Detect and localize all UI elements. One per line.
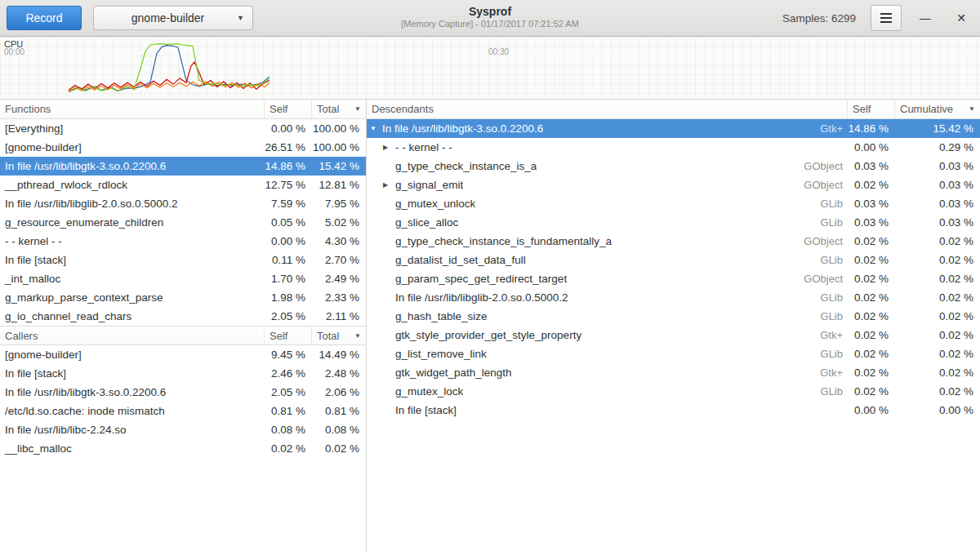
cell-cumulative-percent: 0.00 % [895,404,980,416]
tree-row[interactable]: ▼In file /usr/lib/libgtk-3.so.0.2200.6Gt… [367,119,980,138]
cell-function-name: In file [stack] [395,404,457,416]
column-header-total[interactable]: Total ▼ [312,100,366,118]
tree-row[interactable]: g_mutex_unlockGLib0.03 %0.03 % [367,194,980,213]
cell-function-name: /etc/ld.so.cache: inode mismatch [0,405,265,417]
column-header-self[interactable]: Self [848,100,895,118]
cpu-graph-canvas [0,37,980,100]
column-header-functions[interactable]: Functions [0,100,265,118]
column-header-self[interactable]: Self [265,100,312,118]
cell-function-name: g_type_check_instance_is_fundamentally_a [395,235,612,247]
tree-row-name-cell: g_type_check_instance_is_aGObject [367,160,848,172]
table-row[interactable]: In file [stack]0.11 %2.70 % [0,251,366,269]
tree-row[interactable]: g_param_spec_get_redirect_targetGObject0… [367,269,980,288]
column-header-callers[interactable]: Callers [0,327,265,344]
tree-row[interactable]: In file [stack]0.00 %0.00 % [367,401,980,420]
table-row[interactable]: In file /usr/lib/libglib-2.0.so.0.5000.2… [0,194,366,213]
column-header-cumulative[interactable]: Cumulative ▼ [895,100,980,118]
cell-function-name: _int_malloc [0,273,265,285]
tree-row-name-cell: g_param_spec_get_redirect_targetGObject [367,273,848,285]
cell-self-percent: 0.03 % [848,160,895,172]
record-button[interactable]: Record [7,6,82,30]
cell-function-name: g_list_remove_link [395,348,487,360]
descendants-table-header: Descendants Self Cumulative ▼ [367,100,980,119]
column-header-descendants[interactable]: Descendants [367,100,848,118]
cell-self-percent: 2.46 % [265,367,312,380]
tree-row-name-cell: g_list_remove_linkGLib [367,348,848,360]
cell-total-percent: 7.95 % [312,198,366,210]
cell-function-name: In file [stack] [0,367,265,380]
table-row[interactable]: In file [stack]2.46 %2.48 % [0,364,366,383]
tree-row[interactable]: ▶- - kernel - -0.00 %0.29 % [367,138,980,157]
tree-row[interactable]: g_type_check_instance_is_aGObject0.03 %0… [367,157,980,176]
cell-total-percent: 2.70 % [312,254,366,266]
cell-function-name: gtk_style_provider_get_style_property [395,329,581,341]
table-row[interactable]: __libc_malloc0.02 %0.02 % [0,439,366,458]
cell-self-percent: 0.00 % [848,404,895,416]
tree-row-name-cell: ▼In file /usr/lib/libgtk-3.so.0.2200.6Gt… [367,122,848,135]
profile-panes: Functions Self Total ▼ [Everything]0.00 … [0,100,980,551]
column-header-self[interactable]: Self [265,327,312,344]
cell-self-percent: 14.86 % [265,160,312,172]
table-row[interactable]: __pthread_rwlock_rdlock12.75 %12.81 % [0,176,366,194]
collapse-arrow-icon[interactable]: ▼ [370,126,382,132]
cell-total-percent: 0.81 % [312,405,366,417]
cell-self-percent: 0.02 % [848,254,895,266]
cell-self-percent: 0.81 % [265,405,312,417]
table-row[interactable]: - - kernel - -0.00 %4.30 % [0,232,366,251]
cell-function-name: In file [stack] [0,254,265,266]
table-row[interactable]: g_io_channel_read_chars2.05 %2.11 % [0,307,366,326]
cpu-graph[interactable]: CPU 00:00 00:30 [0,37,980,100]
time-tick-start: 00:00 [4,47,24,56]
table-row[interactable]: g_markup_parse_context_parse1.98 %2.33 % [0,288,366,307]
tree-row-name-cell: g_type_check_instance_is_fundamentally_a… [367,235,848,247]
hamburger-icon [880,17,892,19]
table-row[interactable]: In file /usr/lib/libgtk-3.so.0.2200.614.… [0,157,366,176]
tree-row[interactable]: g_list_remove_linkGLib0.02 %0.02 % [367,344,980,363]
tree-row-name-cell: g_mutex_lockGLib [367,385,848,398]
samples-count: Samples: 6299 [782,12,856,24]
table-row[interactable]: g_resource_enumerate_children0.05 %5.02 … [0,213,366,232]
sort-indicator-icon: ▼ [354,332,361,340]
cell-function-name: [Everything] [0,122,265,135]
tree-row[interactable]: gtk_widget_path_lengthGtk+0.02 %0.02 % [367,363,980,382]
tree-row-name-cell: gtk_widget_path_lengthGtk+ [367,367,848,379]
expand-arrow-icon[interactable]: ▶ [383,144,395,151]
cell-self-percent: 0.00 % [265,122,312,135]
table-row[interactable]: In file /usr/lib/libc-2.24.so0.08 %0.08 … [0,420,366,439]
close-button[interactable]: ✕ [949,6,973,30]
cell-function-name: g_type_check_instance_is_a [395,160,537,172]
table-row[interactable]: [gnome-builder]26.51 %100.00 % [0,138,366,157]
dropdown-arrow-icon: ▼ [237,14,244,22]
table-row[interactable]: [gnome-builder]9.45 %14.49 % [0,345,366,364]
cell-self-percent: 0.02 % [848,385,895,398]
minimize-button[interactable]: — [913,6,938,30]
process-selector-value: gnome-builder [102,11,234,24]
tree-row[interactable]: g_hash_table_sizeGLib0.02 %0.02 % [367,307,980,326]
tree-row[interactable]: g_datalist_id_set_data_fullGLib0.02 %0.0… [367,251,980,269]
cell-total-percent: 2.06 % [312,386,366,398]
cell-library-category: GObject [794,160,843,172]
cell-function-name: __libc_malloc [0,442,265,455]
cell-total-percent: 2.11 % [312,310,366,322]
table-row[interactable]: In file /usr/lib/libgtk-3.so.0.2200.62.0… [0,383,366,402]
process-selector-dropdown[interactable]: gnome-builder ▼ [93,6,253,30]
header-right-controls: Samples: 6299 — ✕ [782,5,973,31]
cell-function-name: - - kernel - - [0,235,265,247]
tree-row[interactable]: ▶g_signal_emitGObject0.02 %0.03 % [367,176,980,194]
cell-cumulative-percent: 0.02 % [895,329,980,341]
cell-function-name: g_slice_alloc [395,216,458,229]
table-row[interactable]: [Everything]0.00 %100.00 % [0,119,366,138]
cell-function-name: g_datalist_id_set_data_full [395,254,526,266]
menu-button[interactable] [871,5,902,31]
column-header-total[interactable]: Total ▼ [312,327,366,344]
descendants-table-body: ▼In file /usr/lib/libgtk-3.so.0.2200.6Gt… [367,119,980,420]
table-row[interactable]: _int_malloc1.70 %2.49 % [0,269,366,288]
table-row[interactable]: /etc/ld.so.cache: inode mismatch0.81 %0.… [0,402,366,420]
expand-arrow-icon[interactable]: ▶ [383,182,395,189]
tree-row[interactable]: gtk_style_provider_get_style_propertyGtk… [367,326,980,344]
tree-row[interactable]: In file /usr/lib/libglib-2.0.so.0.5000.2… [367,288,980,307]
cell-function-name: gtk_widget_path_length [395,367,512,379]
tree-row[interactable]: g_type_check_instance_is_fundamentally_a… [367,232,980,251]
tree-row[interactable]: g_slice_allocGLib0.03 %0.03 % [367,213,980,232]
tree-row[interactable]: g_mutex_lockGLib0.02 %0.02 % [367,382,980,401]
